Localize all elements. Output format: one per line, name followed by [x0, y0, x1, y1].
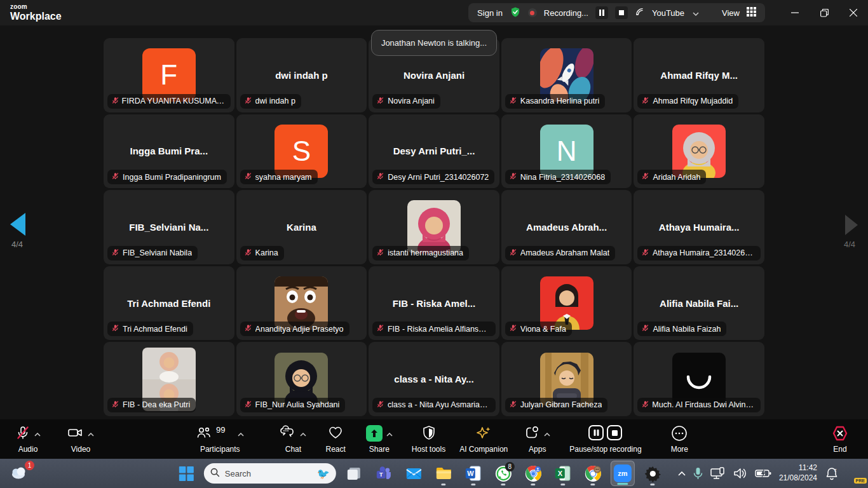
mic-muted-icon	[509, 323, 517, 334]
gallery-view-grid-icon[interactable]	[747, 7, 756, 18]
chrome-icon[interactable]	[521, 461, 545, 486]
end-meeting-button[interactable]: End	[831, 419, 849, 454]
participant-tile[interactable]: Ssyahna maryam	[236, 114, 367, 189]
pause-icon[interactable]	[588, 425, 604, 440]
participant-tile[interactable]: Ahmad Rifqy M...Ahmad Rifqy Mujaddid	[634, 38, 764, 112]
sparkle-icon	[475, 425, 492, 443]
participants-chevron-icon[interactable]	[238, 428, 244, 439]
svg-text:X: X	[558, 470, 563, 477]
participant-tile[interactable]: class a - Nita Ay...class a - Nita Ayu A…	[369, 342, 499, 416]
pause-stop-recording-button[interactable]: Pause/stop recording	[569, 419, 641, 454]
participant-tile[interactable]: istanti hermagustiana	[369, 190, 499, 264]
react-button[interactable]: React	[325, 419, 345, 454]
teams-icon[interactable]: T	[372, 461, 396, 486]
chevron-down-icon[interactable]	[693, 8, 699, 18]
participant-tile[interactable]: Amadeus Abrah...Amadeus Abraham Malat	[501, 190, 632, 264]
stop-icon[interactable]	[607, 425, 622, 440]
apps-button[interactable]: Apps	[524, 419, 550, 454]
participant-tile[interactable]: Tri Achmad EfendiTri Achmad Efendi	[104, 266, 234, 341]
chat-button[interactable]: Chat	[280, 419, 306, 454]
whatsapp-icon[interactable]: 8	[491, 461, 515, 486]
participant-name-pill: Tri Achmad Efendi	[107, 322, 193, 336]
page-indicator-left: 4/4	[11, 240, 23, 249]
excel-icon[interactable]: X	[551, 461, 575, 486]
participant-tile[interactable]: dwi indah pdwi indah p	[236, 38, 367, 112]
participants-count: 99	[216, 425, 225, 435]
tray-microphone-icon[interactable]	[693, 467, 703, 480]
view-button[interactable]: View	[722, 8, 740, 18]
participant-tile[interactable]: Julyan Gibran Facheza	[501, 342, 632, 416]
apps-chevron-icon[interactable]	[544, 428, 550, 439]
tray-display-cast-icon[interactable]	[710, 467, 726, 480]
heart-icon	[327, 425, 344, 443]
more-button[interactable]: More	[671, 419, 688, 454]
video-button[interactable]: Video	[67, 419, 94, 454]
participant-name: Karina	[255, 248, 278, 257]
sign-in-button[interactable]: Sign in	[477, 8, 503, 18]
participant-tile[interactable]: Viona & Fafa	[501, 266, 632, 341]
participant-tile[interactable]: FIB_Selviani Na...FIB_Selviani Nabila	[104, 190, 234, 264]
live-stream-icon	[635, 7, 645, 19]
participant-tile[interactable]: FFIRDA YUANITA KUSUMA WA...	[104, 38, 234, 112]
audio-options-chevron-icon[interactable]	[34, 428, 41, 439]
participant-tile[interactable]: Kasandra Herlina putri	[501, 38, 632, 112]
participant-tile[interactable]: Much. Al Firdaus Dwi Alvinsya...	[634, 342, 764, 416]
next-page-arrow[interactable]	[845, 215, 858, 235]
ai-companion-button[interactable]: AI Companion	[459, 419, 508, 454]
tray-expand-chevron-icon[interactable]	[678, 471, 686, 476]
task-view-button[interactable]	[342, 461, 366, 486]
participant-tile[interactable]: Ingga Bumi Pra...Ingga Bumi Pradipaningr…	[104, 114, 234, 189]
participants-button[interactable]: 99 Participants	[196, 419, 244, 454]
weather-widget[interactable]: 1	[10, 464, 32, 483]
participant-tile[interactable]: Alifia Nabila Fai...Alifia Nabila Faizah	[634, 266, 764, 341]
participant-name-pill: Aridah Aridah	[637, 170, 706, 184]
video-options-chevron-icon[interactable]	[88, 428, 94, 439]
share-button[interactable]: Share	[366, 419, 393, 454]
copilot-icon[interactable]: PRE	[846, 465, 863, 482]
audio-button[interactable]: Audio	[15, 419, 41, 454]
taskbar-clock[interactable]: 11:42 21/08/2024	[779, 463, 817, 483]
mail-icon[interactable]	[402, 461, 426, 486]
mic-muted-icon	[376, 400, 384, 410]
participant-tile[interactable]: FIB_Nur Aulia Syahdani	[236, 342, 367, 416]
file-explorer-icon[interactable]	[431, 461, 456, 486]
tray-volume-icon[interactable]	[733, 468, 747, 479]
chrome-profile-icon[interactable]	[581, 461, 605, 486]
participant-name-pill: dwi indah p	[240, 94, 301, 109]
participant-tile[interactable]: Athaya Humaira...Athaya Humaira_23140260…	[634, 190, 764, 264]
chat-chevron-icon[interactable]	[300, 428, 306, 439]
participant-name: Kasandra Herlina putri	[520, 97, 599, 105]
video-gallery: FFIRDA YUANITA KUSUMA WA...dwi indah pdw…	[0, 25, 868, 419]
participant-tile[interactable]: Aridah Aridah	[634, 114, 764, 189]
share-screen-icon	[366, 425, 383, 442]
participant-grid: FFIRDA YUANITA KUSUMA WA...dwi indah pdw…	[104, 38, 764, 416]
mic-muted-icon	[641, 172, 649, 182]
word-icon[interactable]: W	[461, 461, 485, 486]
participant-name: Nina Fitria_2314026068	[520, 173, 605, 182]
search-highlight-bird-icon[interactable]: 🐦	[317, 468, 330, 480]
mic-muted-icon	[509, 400, 517, 410]
zoom-app-icon[interactable]: zm	[611, 461, 635, 486]
participant-tile[interactable]: Desy Arni Putri_...Desy Arni Putri_23140…	[369, 114, 499, 189]
notification-bell-icon[interactable]: z	[825, 466, 839, 480]
youtube-stream-label[interactable]: YouTube	[652, 8, 684, 18]
tray-battery-icon[interactable]	[755, 468, 771, 478]
participant-tile[interactable]: NNina Fitria_2314026068	[501, 114, 632, 189]
participant-tile[interactable]: FIB - Riska Amel...FIB - Riska Amelia Al…	[369, 266, 499, 341]
settings-gear-icon[interactable]	[641, 461, 665, 486]
close-button[interactable]	[839, 0, 868, 25]
participant-tile[interactable]: Ananditya Adjie Prasetyo	[236, 266, 367, 341]
minimize-button[interactable]	[780, 0, 810, 25]
share-chevron-icon[interactable]	[386, 428, 393, 439]
start-button[interactable]	[174, 461, 198, 486]
running-indicator	[650, 484, 654, 485]
participant-tile[interactable]: FIB - Dea eka Putri	[104, 342, 234, 416]
restore-button[interactable]	[810, 0, 839, 25]
search-input[interactable]: Search 🐦	[204, 463, 336, 484]
mic-muted-icon	[111, 248, 119, 259]
host-tools-button[interactable]: Host tools	[412, 419, 445, 454]
stop-recording-button[interactable]	[615, 6, 628, 19]
pause-recording-button[interactable]	[595, 6, 608, 19]
previous-page-arrow[interactable]	[10, 213, 25, 236]
participant-tile[interactable]: KarinaKarina	[236, 190, 367, 264]
